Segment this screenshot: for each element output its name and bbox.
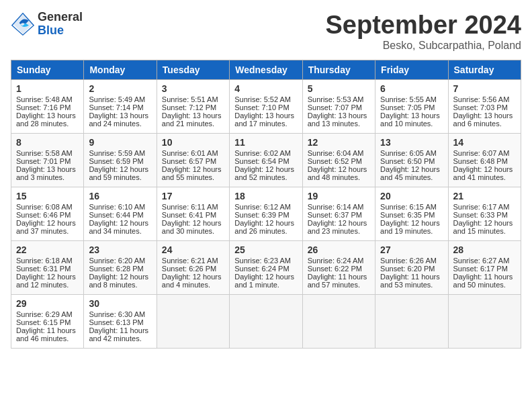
daylight-minutes: and 3 minutes. bbox=[16, 173, 64, 181]
day-number: 2 bbox=[89, 83, 151, 94]
sunset-text: Sunset: 7:16 PM bbox=[16, 103, 71, 111]
daylight-minutes: and 1 minute. bbox=[234, 281, 279, 289]
day-number: 20 bbox=[380, 191, 443, 201]
calendar-cell: 15Sunrise: 6:08 AMSunset: 6:46 PMDayligh… bbox=[11, 187, 84, 241]
sunset-text: Sunset: 6:22 PM bbox=[308, 265, 362, 273]
sunrise-text: Sunrise: 6:26 AM bbox=[380, 257, 437, 265]
daylight-minutes: and 42 minutes. bbox=[89, 334, 141, 342]
daylight-text: Daylight: 13 hours bbox=[16, 165, 76, 173]
calendar-cell: 4Sunrise: 5:52 AMSunset: 7:10 PMDaylight… bbox=[230, 80, 302, 134]
calendar-cell: 6Sunrise: 5:55 AMSunset: 7:05 PMDaylight… bbox=[375, 80, 448, 134]
calendar-cell bbox=[375, 295, 448, 349]
sunrise-text: Sunrise: 6:11 AM bbox=[162, 203, 218, 211]
day-number: 16 bbox=[89, 191, 151, 201]
daylight-minutes: and 19 minutes. bbox=[380, 227, 433, 235]
calendar-cell: 2Sunrise: 5:49 AMSunset: 7:14 PMDaylight… bbox=[84, 80, 157, 134]
daylight-minutes: and 57 minutes. bbox=[308, 281, 360, 289]
weekday-header-saturday: Saturday bbox=[448, 60, 521, 80]
sunset-text: Sunset: 6:57 PM bbox=[162, 157, 216, 165]
sunset-text: Sunset: 6:26 PM bbox=[162, 265, 216, 273]
day-number: 29 bbox=[16, 298, 79, 309]
sunrise-text: Sunrise: 6:07 AM bbox=[453, 149, 510, 157]
sunrise-text: Sunrise: 6:05 AM bbox=[380, 149, 437, 157]
daylight-minutes: and 30 minutes. bbox=[162, 227, 214, 235]
day-number: 1 bbox=[16, 83, 79, 94]
daylight-minutes: and 50 minutes. bbox=[453, 281, 506, 289]
daylight-minutes: and 24 minutes. bbox=[89, 120, 141, 128]
daylight-text: Daylight: 11 hours bbox=[16, 326, 76, 334]
day-number: 23 bbox=[89, 244, 151, 255]
sunrise-text: Sunrise: 6:20 AM bbox=[89, 257, 145, 265]
sunrise-text: Sunrise: 6:30 AM bbox=[89, 310, 145, 318]
sunset-text: Sunset: 6:28 PM bbox=[89, 265, 143, 273]
sunrise-text: Sunrise: 6:27 AM bbox=[453, 257, 510, 265]
calendar-cell: 8Sunrise: 5:58 AMSunset: 7:01 PMDaylight… bbox=[11, 134, 84, 187]
weekday-header-thursday: Thursday bbox=[302, 60, 375, 80]
day-number: 21 bbox=[453, 191, 516, 201]
sunrise-text: Sunrise: 6:29 AM bbox=[16, 310, 73, 318]
calendar-cell: 5Sunrise: 5:53 AMSunset: 7:07 PMDaylight… bbox=[302, 80, 375, 134]
calendar-cell: 9Sunrise: 5:59 AMSunset: 6:59 PMDaylight… bbox=[84, 134, 157, 187]
sunset-text: Sunset: 6:50 PM bbox=[380, 157, 435, 165]
sunrise-text: Sunrise: 6:02 AM bbox=[234, 149, 291, 157]
svg-marker-0 bbox=[13, 14, 33, 34]
daylight-text: Daylight: 12 hours bbox=[16, 219, 76, 227]
header: General Blue September 2024 Besko, Subca… bbox=[11, 11, 521, 52]
calendar-cell: 17Sunrise: 6:11 AMSunset: 6:41 PMDayligh… bbox=[157, 187, 229, 241]
calendar-cell: 10Sunrise: 6:01 AMSunset: 6:57 PMDayligh… bbox=[157, 134, 229, 187]
daylight-minutes: and 26 minutes. bbox=[234, 227, 287, 235]
daylight-minutes: and 41 minutes. bbox=[453, 173, 506, 181]
calendar-table: SundayMondayTuesdayWednesdayThursdayFrid… bbox=[11, 60, 521, 349]
calendar-cell: 25Sunrise: 6:23 AMSunset: 6:24 PMDayligh… bbox=[230, 241, 302, 295]
calendar-week-2: 8Sunrise: 5:58 AMSunset: 7:01 PMDaylight… bbox=[11, 134, 521, 187]
day-number: 30 bbox=[89, 298, 151, 309]
sunrise-text: Sunrise: 5:56 AM bbox=[453, 95, 510, 103]
sunrise-text: Sunrise: 6:18 AM bbox=[16, 257, 73, 265]
calendar-cell: 21Sunrise: 6:17 AMSunset: 6:33 PMDayligh… bbox=[448, 187, 521, 241]
calendar-cell: 12Sunrise: 6:04 AMSunset: 6:52 PMDayligh… bbox=[302, 134, 375, 187]
daylight-text: Daylight: 12 hours bbox=[380, 219, 440, 227]
sunset-text: Sunset: 6:44 PM bbox=[89, 211, 143, 219]
calendar-week-1: 1Sunrise: 5:48 AMSunset: 7:16 PMDaylight… bbox=[11, 80, 521, 134]
calendar-week-5: 29Sunrise: 6:29 AMSunset: 6:15 PMDayligh… bbox=[11, 295, 521, 349]
calendar-cell bbox=[302, 295, 375, 349]
sunset-text: Sunset: 6:52 PM bbox=[308, 157, 362, 165]
calendar-cell bbox=[448, 295, 521, 349]
sunset-text: Sunset: 6:24 PM bbox=[234, 265, 289, 273]
weekday-header-row: SundayMondayTuesdayWednesdayThursdayFrid… bbox=[11, 60, 521, 80]
day-number: 28 bbox=[453, 244, 516, 255]
day-number: 15 bbox=[16, 191, 79, 201]
daylight-text: Daylight: 11 hours bbox=[380, 273, 440, 281]
sunset-text: Sunset: 6:20 PM bbox=[380, 265, 435, 273]
calendar-cell: 11Sunrise: 6:02 AMSunset: 6:54 PMDayligh… bbox=[230, 134, 302, 187]
sunrise-text: Sunrise: 6:04 AM bbox=[308, 149, 364, 157]
month-title: September 2024 bbox=[326, 11, 522, 40]
sunset-text: Sunset: 6:31 PM bbox=[16, 265, 71, 273]
sunset-text: Sunset: 6:59 PM bbox=[89, 157, 143, 165]
logo-general: General bbox=[38, 11, 83, 24]
day-number: 12 bbox=[308, 137, 370, 148]
daylight-text: Daylight: 12 hours bbox=[16, 273, 76, 281]
day-number: 26 bbox=[308, 244, 370, 255]
sunset-text: Sunset: 7:14 PM bbox=[89, 103, 143, 111]
title-area: September 2024 Besko, Subcarpathia, Pola… bbox=[326, 11, 522, 52]
day-number: 3 bbox=[162, 83, 224, 94]
sunrise-text: Sunrise: 6:15 AM bbox=[380, 203, 437, 211]
daylight-text: Daylight: 13 hours bbox=[234, 111, 294, 120]
calendar-week-4: 22Sunrise: 6:18 AMSunset: 6:31 PMDayligh… bbox=[11, 241, 521, 295]
sunrise-text: Sunrise: 5:49 AM bbox=[89, 95, 145, 103]
daylight-text: Daylight: 13 hours bbox=[16, 111, 76, 120]
sunrise-text: Sunrise: 5:59 AM bbox=[89, 149, 145, 157]
day-number: 22 bbox=[16, 244, 79, 255]
sunset-text: Sunset: 7:01 PM bbox=[16, 157, 71, 165]
calendar-cell bbox=[157, 295, 229, 349]
daylight-text: Daylight: 12 hours bbox=[89, 273, 148, 281]
sunset-text: Sunset: 6:48 PM bbox=[453, 157, 508, 165]
daylight-text: Daylight: 12 hours bbox=[308, 165, 367, 173]
calendar-cell: 27Sunrise: 6:26 AMSunset: 6:20 PMDayligh… bbox=[375, 241, 448, 295]
day-number: 6 bbox=[380, 83, 443, 94]
day-number: 19 bbox=[308, 191, 370, 201]
calendar-cell: 3Sunrise: 5:51 AMSunset: 7:12 PMDaylight… bbox=[157, 80, 229, 134]
sunset-text: Sunset: 7:12 PM bbox=[162, 103, 216, 111]
calendar-cell: 20Sunrise: 6:15 AMSunset: 6:35 PMDayligh… bbox=[375, 187, 448, 241]
